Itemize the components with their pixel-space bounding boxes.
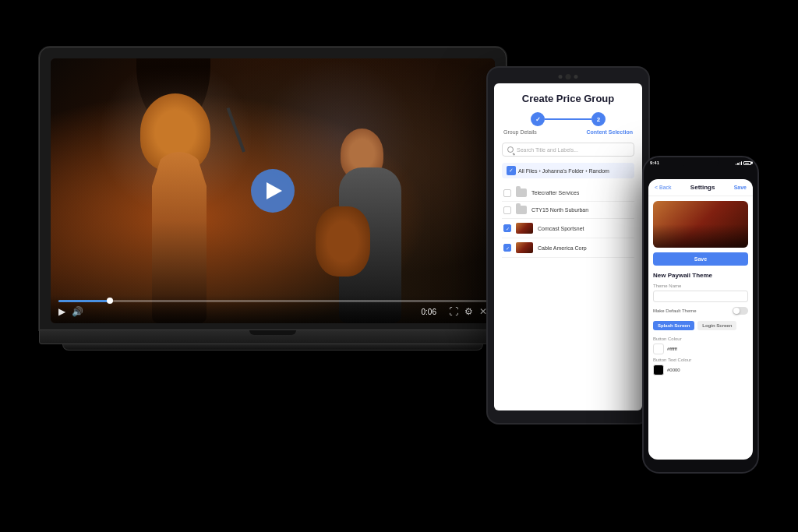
guitar (316, 206, 370, 277)
phone-time: 9:41 (650, 160, 659, 165)
file-item[interactable]: Comcast Sportsnet (502, 219, 634, 238)
step-2-circle: 2 (591, 112, 606, 126)
search-icon (507, 146, 514, 153)
controls-row: ▶ 🔊 0:06 ⛶ ⚙ ✕ (58, 306, 487, 317)
tablet-screen: Create Price Group ✓ 2 Group Details Con… (494, 83, 642, 410)
tablet-speaker (574, 75, 578, 79)
volume-icon[interactable]: 🔊 (72, 306, 83, 317)
play-icon (267, 182, 282, 199)
signal-bar-4 (741, 161, 742, 165)
button-text-colour-row: #0000 (653, 365, 748, 375)
scene: ▶ 🔊 0:06 ⛶ ⚙ ✕ Create Pri (0, 0, 798, 532)
video-thumb-4 (516, 242, 533, 253)
tab-splash-screen[interactable]: Splash Screen (653, 321, 694, 330)
video-thumb-3 (516, 223, 533, 234)
laptop-screen-frame: ▶ 🔊 0:06 ⛶ ⚙ ✕ (39, 47, 507, 330)
theme-tabs: Splash Screen Login Screen (653, 321, 748, 330)
toggle-knob (733, 308, 740, 314)
phone-notch (683, 157, 719, 171)
signal-icon (736, 160, 742, 165)
phone-header-title: Settings (690, 184, 715, 191)
save-button[interactable]: Save (734, 185, 747, 190)
tablet-sensor (566, 74, 571, 79)
make-default-label: Make Default Theme (653, 308, 697, 313)
search-placeholder: Search Title and Labels... (517, 147, 578, 153)
phone-status-icons (736, 160, 751, 165)
laptop-notch (249, 330, 296, 335)
phone-screen: < Back Settings Save Save New Paywall Th… (648, 179, 753, 460)
button-colour-label: Button Colour (653, 336, 748, 341)
progress-fill (58, 300, 110, 302)
laptop-base (39, 330, 507, 344)
play-control-icon[interactable]: ▶ (58, 306, 65, 317)
step-1-circle: ✓ (531, 112, 545, 126)
battery-icon (743, 161, 751, 165)
modal-title: Create Price Group (502, 93, 634, 104)
settings-icon[interactable]: ⚙ (464, 306, 473, 317)
theme-name-input[interactable] (653, 291, 748, 302)
file-item[interactable]: Telecrafter Services (502, 185, 634, 202)
breadcrumb: All Files › Johanna's Folder › Random (502, 163, 634, 178)
breadcrumb-check-icon (507, 166, 516, 175)
laptop-screen: ▶ 🔊 0:06 ⛶ ⚙ ✕ (51, 58, 495, 323)
breadcrumb-text: All Files › Johanna's Folder › Random (518, 168, 609, 174)
file-checkbox-2[interactable] (503, 206, 511, 214)
steps-labels: Group Details Content Selection (502, 129, 634, 135)
microphone (227, 107, 245, 153)
concert-thumbnail (653, 201, 748, 248)
button-text-colour-swatch[interactable] (653, 365, 664, 375)
file-item[interactable]: CTY15 North Suburban (502, 202, 634, 219)
button-colour-value: #ffffff (667, 347, 677, 351)
phone-header: < Back Settings Save (648, 179, 753, 196)
button-text-colour-value: #0000 (667, 368, 680, 372)
tablet: Create Price Group ✓ 2 Group Details Con… (486, 66, 650, 425)
tab-login-screen[interactable]: Login Screen (697, 321, 736, 330)
time-display: 0:06 (422, 308, 436, 316)
signal-bar-3 (740, 162, 740, 165)
singer-figure (129, 105, 253, 323)
folder-icon (516, 188, 527, 197)
thumb-overlay (653, 224, 748, 248)
folder-icon-2 (516, 206, 527, 214)
fullscreen-icon[interactable]: ⛶ (449, 306, 458, 317)
make-default-row: Make Default Theme (653, 307, 748, 315)
search-bar[interactable]: Search Title and Labels... (502, 143, 634, 157)
step-line (545, 118, 591, 120)
file-checkbox-4[interactable] (503, 244, 511, 252)
button-colour-row: #ffffff (653, 344, 748, 354)
file-list: Telecrafter Services CTY15 North Suburba… (502, 185, 634, 258)
save-large-button[interactable]: Save (653, 252, 748, 266)
progress-dot (107, 298, 113, 304)
button-text-colour-label: Button Text Colour (653, 358, 748, 362)
file-name-3: Comcast Sportsnet (538, 226, 584, 231)
phone: 9:41 < Back Settings Save (642, 156, 759, 474)
tablet-camera (559, 75, 563, 79)
step-1-label: Group Details (503, 129, 537, 135)
video-controls: ▶ 🔊 0:06 ⛶ ⚙ ✕ (51, 295, 495, 323)
file-name-2: CTY15 North Suburban (531, 207, 588, 213)
tablet-camera-row (559, 74, 578, 79)
file-checkbox-1[interactable] (503, 189, 511, 197)
play-button[interactable] (251, 169, 295, 213)
theme-name-label: Theme Name (653, 284, 748, 288)
battery-fill (745, 163, 749, 164)
make-default-toggle[interactable] (733, 307, 748, 315)
file-checkbox-3[interactable] (503, 224, 511, 232)
step-2-label: Content Selection (586, 129, 633, 135)
progress-track[interactable] (58, 300, 487, 302)
phone-content: Save New Paywall Theme Theme Name Make D… (648, 196, 753, 383)
steps-indicator: ✓ 2 (502, 112, 634, 126)
laptop-foot (62, 344, 483, 351)
button-colour-swatch[interactable] (653, 344, 664, 354)
laptop: ▶ 🔊 0:06 ⛶ ⚙ ✕ (39, 47, 507, 351)
file-name-1: Telecrafter Services (531, 190, 579, 196)
theme-section-title: New Paywall Theme (653, 272, 748, 279)
signal-bar-2 (737, 163, 738, 165)
file-name-4: Cable America Corp (538, 245, 587, 251)
signal-bar-1 (736, 164, 736, 165)
back-button[interactable]: < Back (655, 185, 672, 190)
file-item[interactable]: Cable America Corp (502, 238, 634, 258)
